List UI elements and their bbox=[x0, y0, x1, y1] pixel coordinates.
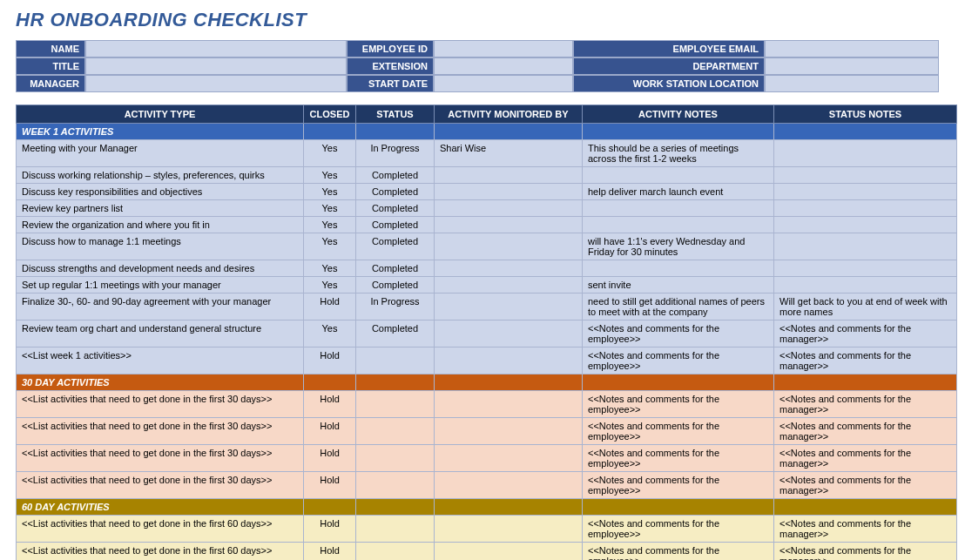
monitor-cell[interactable] bbox=[435, 418, 583, 445]
employee-email-field[interactable] bbox=[765, 40, 939, 57]
monitor-cell[interactable] bbox=[435, 167, 583, 184]
status-cell[interactable] bbox=[356, 391, 435, 418]
status-notes-cell[interactable] bbox=[774, 184, 957, 200]
status-notes-cell[interactable]: <<Notes and comments for the manager>> bbox=[774, 543, 957, 561]
monitor-cell[interactable] bbox=[435, 200, 583, 217]
closed-cell[interactable]: Hold bbox=[304, 543, 356, 561]
closed-cell[interactable]: Yes bbox=[304, 233, 356, 260]
activity-notes-cell[interactable]: <<Notes and comments for the employee>> bbox=[583, 391, 774, 418]
closed-cell[interactable]: Hold bbox=[304, 516, 356, 543]
activity-cell[interactable]: <<List activities that need to get done … bbox=[17, 472, 304, 499]
closed-cell[interactable]: Yes bbox=[304, 260, 356, 277]
monitor-cell[interactable] bbox=[435, 391, 583, 418]
monitor-cell[interactable] bbox=[435, 472, 583, 499]
name-field[interactable] bbox=[85, 40, 347, 57]
activity-notes-cell[interactable] bbox=[583, 260, 774, 277]
status-cell[interactable]: Completed bbox=[356, 217, 435, 233]
closed-cell[interactable]: Hold bbox=[304, 347, 356, 374]
closed-cell[interactable]: Hold bbox=[304, 391, 356, 418]
activity-notes-cell[interactable]: <<Notes and comments for the employee>> bbox=[583, 516, 774, 543]
status-notes-cell[interactable]: <<Notes and comments for the manager>> bbox=[774, 516, 957, 543]
activity-notes-cell[interactable]: <<Notes and comments for the employee>> bbox=[583, 543, 774, 561]
status-notes-cell[interactable] bbox=[774, 277, 957, 293]
status-notes-cell[interactable] bbox=[774, 200, 957, 217]
closed-cell[interactable]: Hold bbox=[304, 472, 356, 499]
monitor-cell[interactable] bbox=[435, 233, 583, 260]
status-notes-cell[interactable]: <<Notes and comments for the manager>> bbox=[774, 445, 957, 472]
closed-cell[interactable]: Yes bbox=[304, 140, 356, 167]
status-cell[interactable] bbox=[356, 516, 435, 543]
closed-cell[interactable]: Yes bbox=[304, 167, 356, 184]
closed-cell[interactable]: Hold bbox=[304, 418, 356, 445]
activity-notes-cell[interactable] bbox=[583, 200, 774, 217]
activity-notes-cell[interactable] bbox=[583, 167, 774, 184]
status-notes-cell[interactable]: <<Notes and comments for the manager>> bbox=[774, 391, 957, 418]
extension-field[interactable] bbox=[434, 57, 573, 75]
status-cell[interactable]: In Progress bbox=[356, 293, 435, 320]
monitor-cell[interactable] bbox=[435, 320, 583, 347]
status-cell[interactable] bbox=[356, 543, 435, 561]
activity-notes-cell[interactable]: <<Notes and comments for the employee>> bbox=[583, 347, 774, 374]
status-cell[interactable]: Completed bbox=[356, 184, 435, 200]
title-field[interactable] bbox=[85, 57, 347, 75]
activity-cell[interactable]: Discuss how to manage 1:1 meetings bbox=[17, 233, 304, 260]
start-date-field[interactable] bbox=[434, 75, 573, 92]
activity-cell[interactable]: <<List activities that need to get done … bbox=[17, 445, 304, 472]
status-cell[interactable]: Completed bbox=[356, 167, 435, 184]
activity-notes-cell[interactable]: <<Notes and comments for the employee>> bbox=[583, 418, 774, 445]
closed-cell[interactable]: Yes bbox=[304, 184, 356, 200]
status-notes-cell[interactable]: <<Notes and comments for the manager>> bbox=[774, 347, 957, 374]
monitor-cell[interactable] bbox=[435, 293, 583, 320]
monitor-cell[interactable] bbox=[435, 277, 583, 293]
monitor-cell[interactable] bbox=[435, 347, 583, 374]
activity-notes-cell[interactable] bbox=[583, 217, 774, 233]
activity-notes-cell[interactable]: will have 1:1's every Wednesday and Frid… bbox=[583, 233, 774, 260]
closed-cell[interactable]: Hold bbox=[304, 293, 356, 320]
activity-cell[interactable]: <<List activities that need to get done … bbox=[17, 418, 304, 445]
status-cell[interactable]: Completed bbox=[356, 200, 435, 217]
activity-cell[interactable]: Review key partners list bbox=[17, 200, 304, 217]
activity-notes-cell[interactable]: need to still get additional names of pe… bbox=[583, 293, 774, 320]
status-notes-cell[interactable] bbox=[774, 140, 957, 167]
status-cell[interactable] bbox=[356, 472, 435, 499]
activity-notes-cell[interactable]: sent invite bbox=[583, 277, 774, 293]
activity-cell[interactable]: Discuss strengths and development needs … bbox=[17, 260, 304, 277]
status-cell[interactable]: Completed bbox=[356, 277, 435, 293]
closed-cell[interactable]: Yes bbox=[304, 217, 356, 233]
department-field[interactable] bbox=[765, 57, 939, 75]
monitor-cell[interactable] bbox=[435, 543, 583, 561]
status-notes-cell[interactable]: <<Notes and comments for the manager>> bbox=[774, 472, 957, 499]
activity-cell[interactable]: <<List activities that need to get done … bbox=[17, 516, 304, 543]
monitor-cell[interactable] bbox=[435, 516, 583, 543]
activity-notes-cell[interactable]: help deliver march launch event bbox=[583, 184, 774, 200]
status-cell[interactable]: Completed bbox=[356, 233, 435, 260]
monitor-cell[interactable] bbox=[435, 217, 583, 233]
status-notes-cell[interactable]: <<Notes and comments for the manager>> bbox=[774, 320, 957, 347]
activity-notes-cell[interactable]: <<Notes and comments for the employee>> bbox=[583, 472, 774, 499]
closed-cell[interactable]: Yes bbox=[304, 320, 356, 347]
employee-id-field[interactable] bbox=[434, 40, 573, 57]
activity-cell[interactable]: Finalize 30-, 60- and 90-day agreement w… bbox=[17, 293, 304, 320]
status-cell[interactable]: In Progress bbox=[356, 140, 435, 167]
manager-field[interactable] bbox=[85, 75, 347, 92]
activity-notes-cell[interactable]: <<Notes and comments for the employee>> bbox=[583, 320, 774, 347]
status-notes-cell[interactable]: Will get back to you at end of week with… bbox=[774, 293, 957, 320]
closed-cell[interactable]: Yes bbox=[304, 277, 356, 293]
status-cell[interactable] bbox=[356, 445, 435, 472]
activity-cell[interactable]: Discuss working relationship – styles, p… bbox=[17, 167, 304, 184]
status-cell[interactable]: Completed bbox=[356, 260, 435, 277]
activity-cell[interactable]: Meeting with your Manager bbox=[17, 140, 304, 167]
status-notes-cell[interactable] bbox=[774, 167, 957, 184]
monitor-cell[interactable] bbox=[435, 260, 583, 277]
status-cell[interactable] bbox=[356, 418, 435, 445]
monitor-cell[interactable] bbox=[435, 445, 583, 472]
activity-cell[interactable]: <<List activities that need to get done … bbox=[17, 391, 304, 418]
status-notes-cell[interactable] bbox=[774, 217, 957, 233]
closed-cell[interactable]: Hold bbox=[304, 445, 356, 472]
closed-cell[interactable]: Yes bbox=[304, 200, 356, 217]
activity-cell[interactable]: <<List week 1 activities>> bbox=[17, 347, 304, 374]
activity-notes-cell[interactable]: <<Notes and comments for the employee>> bbox=[583, 445, 774, 472]
activity-cell[interactable]: Set up regular 1:1 meetings with your ma… bbox=[17, 277, 304, 293]
activity-cell[interactable]: Review team org chart and understand gen… bbox=[17, 320, 304, 347]
status-notes-cell[interactable]: <<Notes and comments for the manager>> bbox=[774, 418, 957, 445]
